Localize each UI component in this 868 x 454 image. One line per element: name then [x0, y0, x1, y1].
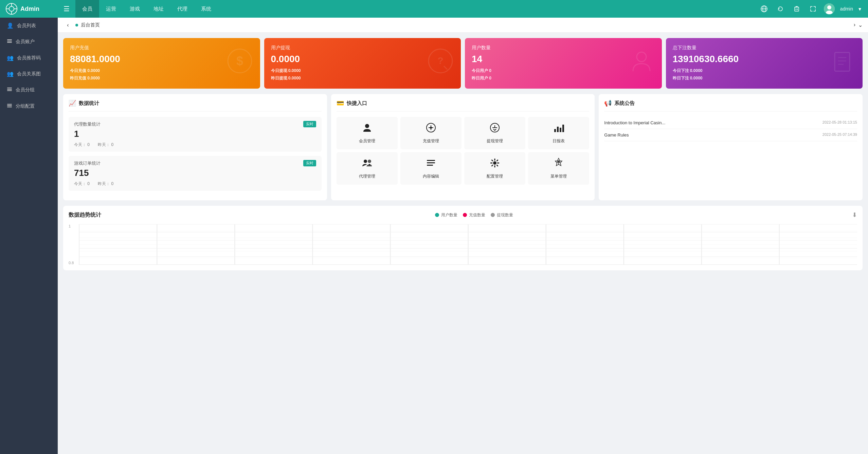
agent-yesterday: 昨天： 0 [98, 142, 113, 148]
legend-withdraw: 提现数量 [491, 212, 513, 218]
quick-agent-icon [362, 158, 373, 171]
back-button[interactable]: ‹ [63, 20, 73, 30]
bottom-row: 📈 数据统计 代理数量统计 实时 1 今天： 0 [63, 94, 863, 200]
avatar[interactable] [824, 3, 835, 14]
nav-toggle-button[interactable]: ☰ [58, 0, 75, 18]
trend-legend: 用户数量 充值数量 提现数量 [435, 212, 513, 218]
svg-rect-44 [560, 128, 561, 132]
nav-right-area: admin ▾ [759, 3, 868, 14]
nav-item-games[interactable]: 游戏 [123, 0, 147, 18]
legend-dot-recharge [463, 213, 467, 217]
quick-menu-mgmt[interactable]: 菜单管理 [528, 152, 589, 185]
quick-config-icon [489, 158, 500, 171]
svg-rect-49 [427, 160, 435, 161]
chart-trend-icon: 📈 [69, 99, 76, 107]
game-today: 今天： 0 [74, 181, 90, 187]
breadcrumb-text: 后台首页 [81, 22, 100, 28]
game-stat-header: 游戏订单统计 实时 [74, 160, 316, 166]
svg-line-58 [497, 165, 498, 166]
quick-config-label: 配置管理 [487, 174, 503, 179]
system-notice-title: 📢 系统公告 [604, 99, 857, 111]
quick-member-label: 会员管理 [359, 138, 375, 144]
quick-content-edit[interactable]: 内容编辑 [400, 152, 462, 185]
quick-entry-title: 💳 快捷入口 [337, 99, 590, 111]
legend-dot-withdraw [491, 213, 495, 217]
svg-rect-19 [7, 89, 12, 90]
sidebar-item-referral-code[interactable]: 👥 会员推荐码 [0, 50, 58, 66]
data-stats-title: 📈 数据统计 [69, 99, 322, 111]
svg-point-52 [493, 161, 496, 165]
quick-recharge-mgmt[interactable]: 充值管理 [400, 117, 462, 149]
system-notice-panel: 📢 系统公告 Introduction to Imperial Casin...… [599, 94, 863, 200]
breadcrumb-bar: ‹ 后台首页 › ⌄ [58, 18, 868, 33]
quick-daily-report[interactable]: 日报表 [528, 117, 589, 149]
nav-item-system[interactable]: 系统 [194, 0, 218, 18]
download-button[interactable]: ⬇ [852, 211, 857, 219]
fullscreen-icon[interactable] [808, 3, 818, 14]
recharge-icon: $ [226, 47, 253, 79]
credit-card-icon: 💳 [337, 99, 344, 107]
logo-text: Admin [20, 5, 39, 13]
refresh-icon[interactable] [775, 3, 786, 14]
legend-dot-users [435, 213, 439, 217]
sidebar-item-relationship[interactable]: 👥 会员关系图 [0, 66, 58, 82]
breadcrumb-indicator [75, 24, 78, 26]
stat-card-recharge: 用户充值 88081.0000 今日充值 0.0000 昨日充值 0.0000 … [63, 38, 260, 89]
svg-point-13 [827, 5, 831, 10]
referral-icon: 👥 [7, 55, 14, 61]
data-stats-panel: 📈 数据统计 代理数量统计 实时 1 今天： 0 [63, 94, 327, 200]
top-navigation: Admin ☰ 会员 运营 游戏 地址 代理 系统 [0, 0, 868, 18]
nav-items: 会员 运营 游戏 地址 代理 系统 [75, 0, 759, 18]
users-icon [628, 47, 655, 79]
sidebar-item-member-list[interactable]: 👤 会员列表 [0, 18, 58, 34]
svg-text:$: $ [236, 54, 243, 68]
announcement-item-0[interactable]: Introduction to Imperial Casin... 2022-0… [604, 117, 857, 129]
announcement-date-1: 2022-05-25 07:14:39 [822, 132, 857, 137]
hamburger-icon: ☰ [64, 5, 70, 13]
svg-rect-45 [562, 125, 564, 132]
quick-content-icon [426, 158, 436, 171]
svg-rect-20 [7, 90, 12, 91]
nav-item-address[interactable]: 地址 [147, 0, 170, 18]
svg-line-57 [492, 160, 493, 161]
quick-recharge-label: 充值管理 [423, 138, 439, 144]
quick-agent-mgmt[interactable]: 代理管理 [337, 152, 398, 185]
y-label-2: 0.8 [69, 261, 74, 265]
content-area: ‹ 后台首页 › ⌄ 用户充值 88081.0000 今日充值 0.0000 昨… [58, 18, 868, 454]
svg-rect-16 [7, 41, 12, 41]
svg-rect-30 [835, 52, 850, 71]
sidebar-item-member-group[interactable]: 会员分组 [0, 82, 58, 98]
quick-member-mgmt[interactable]: 会员管理 [337, 117, 398, 149]
nav-item-member[interactable]: 会员 [75, 0, 99, 18]
svg-rect-42 [554, 129, 556, 132]
sidebar-item-group-config[interactable]: 分组配置 [0, 98, 58, 114]
quick-withdraw-icon [489, 122, 500, 135]
admin-name-label: admin [840, 6, 853, 12]
nav-item-operations[interactable]: 运营 [99, 0, 123, 18]
agent-stat-label: 代理数量统计 [74, 121, 101, 127]
agent-stat-sub: 今天： 0 昨天： 0 [74, 142, 316, 148]
svg-point-47 [368, 160, 371, 163]
quick-menu-icon [553, 158, 564, 171]
member-list-icon: 👤 [7, 22, 14, 29]
quick-config-mgmt[interactable]: 配置管理 [464, 152, 525, 185]
svg-line-28 [444, 66, 447, 69]
agent-realtime-badge: 实时 [303, 121, 316, 127]
quick-agent-label: 代理管理 [359, 174, 375, 179]
svg-point-46 [364, 160, 367, 163]
collapse-button[interactable]: ⌄ [858, 22, 863, 28]
forward-button[interactable]: › [854, 22, 855, 28]
delete-icon[interactable] [791, 3, 802, 14]
globe-icon[interactable] [759, 3, 770, 14]
quick-withdraw-mgmt[interactable]: 提现管理 [464, 117, 525, 149]
announcement-item-1[interactable]: Game Rules 2022-05-25 07:14:39 [604, 129, 857, 141]
quick-entry-grid: 会员管理 充值管理 [337, 117, 590, 185]
sidebar-item-member-account[interactable]: 会员账户 [0, 34, 58, 50]
announcement-text-1: Game Rules [604, 132, 820, 138]
dropdown-chevron-icon[interactable]: ▾ [858, 6, 861, 12]
y-label-1: 1 [69, 224, 71, 228]
announcement-text-0: Introduction to Imperial Casin... [604, 120, 820, 125]
stats-cards: 用户充值 88081.0000 今日充值 0.0000 昨日充值 0.0000 … [63, 38, 863, 89]
sidebar: 👤 会员列表 会员账户 👥 会员推荐码 👥 会员关系图 会员分组 [0, 18, 58, 454]
nav-item-agent[interactable]: 代理 [170, 0, 194, 18]
